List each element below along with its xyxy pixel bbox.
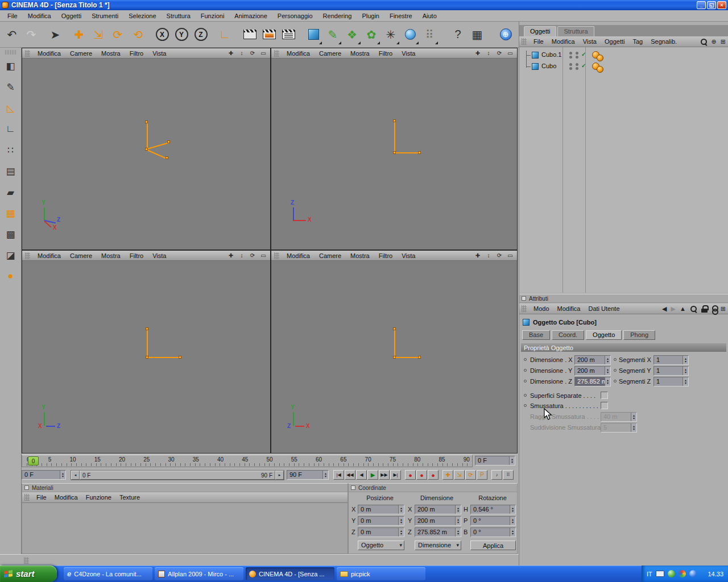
- viewport-menu-item[interactable]: Mostra: [97, 252, 125, 259]
- enabled-check-icon[interactable]: ✓: [581, 51, 586, 57]
- viewport-canvas[interactable]: Z X: [271, 59, 517, 250]
- menu-item[interactable]: Finestre: [384, 13, 417, 19]
- viewport-menu-item[interactable]: Mostra: [346, 252, 374, 259]
- panel-grip[interactable]: [25, 252, 30, 259]
- menu-item[interactable]: Struttura: [162, 13, 196, 19]
- coordinate-system-icon[interactable]: ∟: [215, 23, 234, 46]
- dim-x-field[interactable]: 200 m: [574, 355, 611, 365]
- menu-item[interactable]: Selezione: [123, 13, 161, 19]
- use-polygons-icon[interactable]: ▦: [2, 204, 19, 222]
- edges-mode-icon[interactable]: ▤: [2, 162, 19, 180]
- add-spline-icon[interactable]: ✎: [323, 23, 342, 46]
- viewport-menu-item[interactable]: Camere: [315, 50, 346, 57]
- zoom-view-icon[interactable]: ↕: [485, 252, 493, 259]
- add-modifier-icon[interactable]: ✿: [362, 23, 381, 46]
- viewport-menu-item[interactable]: Filtro: [125, 252, 148, 259]
- point-handle[interactable]: [166, 156, 168, 159]
- point-handle[interactable]: [145, 120, 148, 123]
- separate-surfaces-checkbox[interactable]: [601, 392, 608, 399]
- object-manager-menu-item[interactable]: Segnalib.: [647, 38, 681, 45]
- point-handle[interactable]: [146, 356, 148, 359]
- maximize-view-icon[interactable]: ▭: [506, 50, 514, 56]
- lock-y-icon[interactable]: Y: [172, 23, 191, 46]
- spinner[interactable]: [455, 505, 461, 514]
- apply-button[interactable]: Applica: [470, 541, 516, 550]
- record-scale-toggle[interactable]: ⇲: [454, 470, 465, 480]
- pan-view-icon[interactable]: ✚: [227, 50, 235, 56]
- zoom-view-icon[interactable]: ↕: [485, 50, 493, 56]
- minimize-button[interactable]: _: [697, 1, 706, 9]
- tab-coord[interactable]: Coord.: [552, 330, 584, 340]
- point-handle[interactable]: [418, 151, 421, 154]
- spinner[interactable]: [509, 456, 515, 465]
- menu-item[interactable]: Animazione: [229, 13, 272, 19]
- spinner[interactable]: [605, 377, 610, 386]
- point-handle[interactable]: [146, 327, 148, 330]
- keyframe-selection-button[interactable]: ●: [428, 470, 439, 480]
- history-back-icon[interactable]: ◀: [662, 305, 667, 313]
- tab-base[interactable]: Base: [522, 330, 550, 340]
- point-handle[interactable]: [418, 356, 421, 359]
- scale-icon[interactable]: ⇲: [89, 23, 108, 46]
- viewport-menu-item[interactable]: Modifica: [282, 50, 315, 57]
- spinner[interactable]: [398, 505, 404, 514]
- render-view-icon[interactable]: [240, 23, 259, 46]
- menu-item[interactable]: Funzioni: [196, 13, 230, 19]
- object-combo[interactable]: Oggetto: [358, 541, 404, 550]
- language-indicator[interactable]: IT: [647, 571, 652, 577]
- rotate-view-icon[interactable]: ⟳: [495, 252, 503, 259]
- viewport-menu-item[interactable]: Vista: [148, 50, 171, 57]
- spinner[interactable]: [510, 517, 515, 525]
- menu-item[interactable]: Rendering: [318, 13, 357, 19]
- search-icon[interactable]: [690, 305, 697, 313]
- object-row[interactable]: Cubo.1 ✓: [522, 49, 726, 61]
- taskbar-task-cinema4d[interactable]: CINEMA 4D - [Senza ...: [246, 567, 334, 580]
- make-editable-icon[interactable]: ◧: [2, 57, 19, 75]
- render-visibility-dots[interactable]: [576, 63, 578, 70]
- point-handle[interactable]: [393, 151, 396, 154]
- spinner[interactable]: [455, 517, 461, 525]
- size-z-field[interactable]: 275.852 m: [415, 527, 461, 537]
- taskbar-task-picpick[interactable]: picpick: [337, 567, 425, 580]
- viewport-menu-item[interactable]: Modifica: [282, 252, 315, 259]
- pan-view-icon[interactable]: ✚: [474, 252, 482, 259]
- new-panel-icon[interactable]: ⊞: [721, 38, 726, 45]
- search-icon[interactable]: [700, 38, 708, 45]
- parent-object-icon[interactable]: ▲: [680, 305, 686, 312]
- zoom-view-icon[interactable]: ↕: [238, 50, 246, 56]
- viewport-menu-item[interactable]: Vista: [148, 252, 171, 259]
- rot-p-field[interactable]: 0 °: [470, 516, 516, 526]
- pos-y-field[interactable]: 0 m: [358, 516, 404, 526]
- play-sound-toggle[interactable]: ♪: [491, 470, 502, 480]
- add-cube-icon[interactable]: [304, 23, 323, 46]
- viewport-canvas[interactable]: Y Z X: [22, 59, 270, 250]
- lock-x-icon[interactable]: X: [152, 23, 172, 46]
- key-bullet[interactable]: [614, 369, 617, 372]
- timeline-scrollbar[interactable]: ◂ 0 F 90 F ▸: [71, 470, 284, 480]
- object-name[interactable]: Cubo: [541, 63, 556, 69]
- viewport-menu-item[interactable]: Modifica: [33, 252, 65, 259]
- attributes-menu-item[interactable]: Modo: [530, 305, 553, 312]
- goto-end-button[interactable]: ▶|: [390, 470, 401, 480]
- viewport-menu-item[interactable]: Filtro: [374, 50, 397, 57]
- seg-x-field[interactable]: 1: [653, 355, 689, 365]
- zoom-view-icon[interactable]: ↕: [238, 252, 246, 259]
- viewport-menu-item[interactable]: Filtro: [374, 252, 397, 259]
- key-bullet[interactable]: [524, 394, 527, 397]
- record-keyframe-button[interactable]: ●: [405, 470, 416, 480]
- key-bullet[interactable]: [524, 404, 527, 407]
- rot-b-field[interactable]: 0 °: [470, 527, 516, 537]
- panel-grip[interactable]: [274, 252, 279, 259]
- point-handle[interactable]: [145, 148, 148, 151]
- render-visibility-dots[interactable]: [576, 52, 578, 59]
- viewport-perspective[interactable]: ModificaCamereMostraFiltroVista ✚ ↕ ⟳ ▭: [22, 48, 271, 250]
- scroll-left-icon[interactable]: ◂: [71, 471, 80, 480]
- panel-grip[interactable]: [522, 305, 527, 312]
- key-bullet[interactable]: [524, 369, 527, 372]
- viewport-menu-item[interactable]: Camere: [65, 50, 97, 57]
- move-icon[interactable]: ✚: [69, 23, 89, 46]
- viewport-menu-item[interactable]: Vista: [397, 50, 420, 57]
- rotate-view-icon[interactable]: ⟳: [249, 252, 257, 259]
- lock-z-icon[interactable]: Z: [191, 23, 210, 46]
- dim-z-field[interactable]: 275.852 m: [574, 377, 611, 386]
